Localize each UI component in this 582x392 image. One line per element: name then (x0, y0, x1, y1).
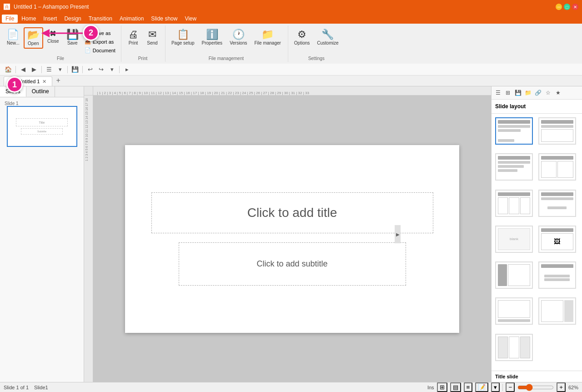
document-button[interactable]: 📄 Document (83, 46, 117, 54)
menu-item-slideshow[interactable]: Slide show (147, 15, 181, 23)
layout-star-btn[interactable]: ☆ (543, 88, 552, 97)
zoom-in-btn[interactable]: + (557, 382, 566, 392)
lt13-col1 (498, 337, 508, 358)
layout-thumb-8[interactable]: 🖼 (538, 226, 576, 253)
slides-tab[interactable]: Slides (0, 86, 26, 97)
layout-save-btn[interactable]: 💾 (513, 88, 522, 97)
page-setup-label: Page setup (171, 40, 195, 45)
layout-view-grid[interactable]: ⊞ (503, 88, 512, 97)
layout-thumb-5[interactable] (495, 190, 533, 217)
page-setup-button[interactable]: 📋 Page setup (168, 27, 198, 48)
lt9-sidebar (498, 264, 507, 286)
save-as-button[interactable]: 💾 Save as (83, 29, 117, 37)
qa-home-button[interactable]: 🏠 (4, 65, 13, 74)
customize-icon: 🔧 (321, 30, 334, 40)
qa-redo-button[interactable]: ↪ (96, 65, 105, 74)
tab-label: Untitled 1 (19, 79, 40, 84)
layout-link-btn[interactable]: 🔗 (533, 88, 542, 97)
lt9-box (508, 264, 530, 286)
customize-button[interactable]: 🔧 Customize (314, 27, 341, 48)
layout-thumb-6[interactable] (538, 190, 576, 217)
qa-back-button[interactable]: ◀ (19, 65, 28, 74)
menu-item-insert[interactable]: Insert (40, 15, 60, 23)
minimize-button[interactable]: ─ (556, 4, 562, 10)
qa-view-button[interactable]: ☰ (45, 65, 54, 74)
slide-canvas[interactable]: Click to add title Click to add subtitle (93, 95, 491, 382)
title-bar-left: 🅰 Untitled 1 – Ashampoo Present (4, 3, 89, 10)
lt12-side (564, 300, 573, 322)
layout-more-btn[interactable]: ★ (553, 88, 562, 97)
slide-thumb-1[interactable]: Slide 1 Title Subtitle (4, 101, 80, 147)
ribbon-group-settings: ⚙ Options 🔧 Customize Settings (289, 25, 346, 62)
qa-more-button[interactable]: ▸ (122, 65, 131, 74)
close-button[interactable]: ✖ Close (44, 27, 62, 46)
layout-thumb-11[interactable] (495, 297, 533, 325)
menu-item-home[interactable]: Home (18, 15, 40, 23)
title-bar: 🅰 Untitled 1 – Ashampoo Present ─ □ ✕ (0, 0, 582, 14)
lt5-cols (498, 197, 530, 214)
new-button[interactable]: 📄 New... (4, 27, 23, 48)
view-notes-btn[interactable]: 📝 (475, 382, 488, 392)
export-button[interactable]: 📤 Export as (83, 38, 117, 45)
layout-thumb-2[interactable] (538, 117, 576, 145)
print-group-label: Print (124, 55, 161, 62)
lt5-title (498, 192, 530, 196)
view-more-btn[interactable]: ▾ (491, 382, 500, 392)
outline-tab[interactable]: Outline (26, 86, 55, 97)
menu-item-file[interactable]: File (2, 15, 18, 23)
view-normal-btn[interactable]: ⊞ (437, 382, 447, 392)
zoom-slider[interactable] (517, 384, 554, 391)
window-title: Untitled 1 – Ashampoo Present (14, 4, 89, 10)
lt1-line3 (498, 139, 514, 142)
versions-button[interactable]: 🕐 Versions (226, 27, 250, 48)
view-outline-btn[interactable]: ≡ (464, 382, 473, 392)
menu-item-design[interactable]: Design (60, 15, 85, 23)
export-label: Export as (93, 39, 114, 45)
tab-close-button[interactable]: ✕ (42, 79, 46, 85)
layout-thumb-13[interactable] (495, 334, 533, 361)
qa-save-quick-button[interactable]: 💾 (70, 65, 80, 74)
view-slide-btn[interactable]: ▤ (450, 382, 461, 392)
layout-thumb-12[interactable] (538, 297, 576, 325)
layout-thumb-4[interactable] (538, 153, 576, 181)
print-button[interactable]: 🖨 Print (124, 27, 142, 48)
new-tab-button[interactable]: + (52, 75, 64, 86)
lt11-box (498, 300, 530, 318)
qa-dropdown-button[interactable]: ▾ (55, 65, 65, 74)
properties-button[interactable]: ℹ️ Properties (199, 27, 226, 48)
lt3-line2 (498, 165, 524, 168)
zoom-out-btn[interactable]: − (506, 382, 515, 392)
layout-view-list[interactable]: ☰ (493, 88, 502, 97)
options-button[interactable]: ⚙ Options (291, 27, 313, 48)
file-manager-button[interactable]: 📁 File manager (251, 27, 284, 48)
layout-panel-collapse[interactable]: ▶ (395, 225, 401, 243)
title-placeholder[interactable]: Click to add title (151, 192, 433, 233)
close-window-button[interactable]: ✕ (572, 4, 578, 10)
layout-thumb-1[interactable] (495, 117, 533, 145)
lt9-v-title (498, 264, 507, 286)
menu-item-transition[interactable]: Transition (85, 15, 116, 23)
layout-thumb-7[interactable]: blank (495, 226, 533, 253)
open-button[interactable]: 📂 Open (24, 27, 43, 49)
layout-folder-btn[interactable]: 📁 (523, 88, 532, 97)
ribbon-group-file: 📄 New... 📂 Open ✖ Close 💾 Save (2, 25, 121, 62)
restore-button[interactable]: □ (564, 4, 570, 10)
send-button[interactable]: ✉ Send (143, 27, 161, 48)
qa-undo-button[interactable]: ↩ (85, 65, 95, 74)
layout-thumb-3[interactable] (495, 153, 533, 181)
layout-thumb-9[interactable] (495, 261, 533, 289)
document-tab[interactable]: P Untitled 1 ✕ (4, 76, 52, 86)
menu-item-view[interactable]: View (181, 15, 200, 23)
qa-undo-more-button[interactable]: ▾ (107, 65, 116, 74)
lt10-line2 (544, 278, 570, 281)
menu-item-animation[interactable]: Animation (116, 15, 147, 23)
layout-thumb-10[interactable] (538, 261, 576, 289)
main-area: Slides Outline Slide 1 Title Subtitle (0, 86, 582, 382)
vertical-ruler-content: 1 2 3 4 5 6 7 8 9 10 11 12 13 14 15 16 1… (84, 95, 93, 162)
subtitle-placeholder[interactable]: Click to add subtitle (179, 242, 406, 286)
small-button-group: 💾 Save as 📤 Export as 📄 Document (83, 27, 117, 54)
save-button[interactable]: 💾 Save (63, 27, 82, 48)
qa-separator-5 (119, 66, 120, 73)
lt2-box (541, 129, 573, 142)
qa-forward-button[interactable]: ▶ (30, 65, 39, 74)
